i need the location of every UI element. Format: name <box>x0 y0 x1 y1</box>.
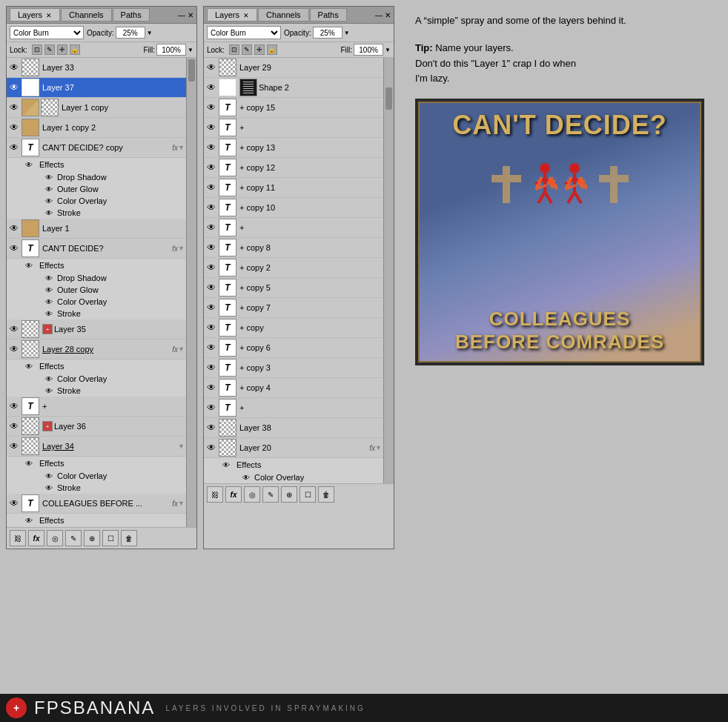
r-eye-copy10[interactable]: 👁 <box>205 202 217 213</box>
layer-row-cantdecide[interactable]: 👁 T CAN'T DECIDE? fx ▼ <box>7 239 186 259</box>
left-tab-layers-close[interactable]: ✕ <box>46 12 52 19</box>
r-layer-row-copy[interactable]: 👁 T + copy <box>204 318 383 338</box>
eye-effects-layer28copy[interactable]: 👁 <box>23 360 35 372</box>
eye-coloroverlay-cantdecidecopy[interactable]: 👁 <box>44 196 54 206</box>
eye-stroke-layer34[interactable]: 👁 <box>44 483 54 493</box>
r-layer-row-copy13[interactable]: 👁 T + copy 13 <box>204 138 383 158</box>
right-toolbar-brush[interactable]: ✎ <box>262 486 279 503</box>
eye-layer33[interactable]: 👁 <box>8 62 20 73</box>
r-layer-row-shape2[interactable]: 👁 Shape 2 <box>204 78 383 98</box>
layer-row-layer1[interactable]: 👁 Layer 1 <box>7 219 186 239</box>
eye-layer1[interactable]: 👁 <box>8 222 20 234</box>
layer-row-plus1[interactable]: 👁 T + <box>7 397 186 417</box>
r-eye-layer29[interactable]: 👁 <box>205 62 217 73</box>
right-panel-close[interactable]: ✕ <box>385 11 391 19</box>
right-toolbar-fx[interactable]: fx <box>225 486 242 503</box>
left-tab-layers[interactable]: Layers ✕ <box>10 8 60 21</box>
expand-layer28copy[interactable]: ▼ <box>178 345 185 353</box>
r-layer-row-copy2[interactable]: 👁 T + copy 2 <box>204 258 383 278</box>
r-eye-copy5[interactable]: 👁 <box>205 282 217 294</box>
layer-row-layer1copy2[interactable]: 👁 Layer 1 copy 2 <box>7 118 186 138</box>
layer-row-layer36[interactable]: 👁 + Layer 36 <box>7 417 186 437</box>
left-toolbar-new[interactable]: ☐ <box>102 530 119 546</box>
layer-row-colleagues[interactable]: 👁 T COLLEAGUES BEFORE ... fx ▼ <box>7 494 186 514</box>
layer-row-layer34[interactable]: 👁 Layer 34 ▼ <box>7 437 186 457</box>
r-eye-copy7[interactable]: 👁 <box>205 302 217 314</box>
eye-effects-layer34[interactable]: 👁 <box>23 457 35 469</box>
r-eye-copy15[interactable]: 👁 <box>205 102 217 113</box>
expand-cantdecidecopy[interactable]: ▼ <box>178 144 185 151</box>
left-toolbar-trash[interactable]: 🗑 <box>121 530 137 546</box>
left-tab-paths[interactable]: Paths <box>113 8 150 21</box>
r-eye-copy12[interactable]: 👁 <box>205 162 217 173</box>
r-layer-row-layer29[interactable]: 👁 Layer 29 <box>204 58 383 78</box>
eye-colleagues[interactable]: 👁 <box>8 497 20 509</box>
left-blend-mode-select[interactable]: Color Burn <box>10 26 84 39</box>
right-toolbar-circle[interactable]: ◎ <box>244 486 260 503</box>
left-lock-icon-all[interactable]: 🔒 <box>70 44 80 55</box>
r-layer-row-copy3[interactable]: 👁 T + copy 3 <box>204 358 383 378</box>
r-eye-coloroverlay-layer20[interactable]: 👁 <box>241 472 251 483</box>
eye-coloroverlay-layer28copy[interactable]: 👁 <box>44 374 54 384</box>
r-eye-copy4[interactable]: 👁 <box>205 382 217 394</box>
r-eye-layer38[interactable]: 👁 <box>205 422 217 434</box>
eye-layer35[interactable]: 👁 <box>8 323 20 335</box>
r-layer-row-copy15[interactable]: 👁 T + copy 15 <box>204 98 383 118</box>
eye-layer34[interactable]: 👁 <box>8 440 20 452</box>
eye-stroke-layer28copy[interactable]: 👁 <box>44 385 54 396</box>
layer-row-layer33[interactable]: 👁 Layer 33 <box>7 58 186 78</box>
left-toolbar-fx[interactable]: fx <box>28 530 44 546</box>
r-eye-plus2[interactable]: 👁 <box>205 222 217 234</box>
eye-layer36[interactable]: 👁 <box>8 420 20 432</box>
eye-layer37[interactable]: 👁 <box>8 82 20 93</box>
r-eye-copy13[interactable]: 👁 <box>205 142 217 153</box>
eye-layer1copy2[interactable]: 👁 <box>8 122 20 133</box>
eye-cantdecide[interactable]: 👁 <box>8 242 20 254</box>
eye-dropshadow-cantdecide[interactable]: 👁 <box>44 273 54 283</box>
left-fill-arrow[interactable]: ▼ <box>188 47 193 53</box>
right-lock-icon-all[interactable]: 🔒 <box>267 44 277 55</box>
r-layer-row-copy8[interactable]: 👁 T + copy 8 <box>204 238 383 258</box>
eye-effects-cantdecide[interactable]: 👁 <box>23 259 35 271</box>
layer-row-layer28copy[interactable]: 👁 Layer 28 copy fx ▼ <box>7 340 186 360</box>
r-layer-row-copy6[interactable]: 👁 T + copy 6 <box>204 338 383 358</box>
right-blend-mode-select[interactable]: Color Burn <box>207 26 281 39</box>
eye-dropshadow-cantdecidecopy[interactable]: 👁 <box>44 172 54 182</box>
left-panel-minimize[interactable]: — <box>178 11 185 19</box>
eye-layer1copy[interactable]: 👁 <box>8 102 20 113</box>
right-scrollbar[interactable] <box>383 58 394 483</box>
right-tab-layers-close[interactable]: ✕ <box>243 12 249 19</box>
left-scrollbar[interactable] <box>186 58 196 527</box>
r-layer-row-copy4[interactable]: 👁 T + copy 4 <box>204 378 383 398</box>
r-eye-copy11[interactable]: 👁 <box>205 182 217 193</box>
left-opacity-arrow[interactable]: ▼ <box>147 30 153 36</box>
eye-coloroverlay-cantdecide[interactable]: 👁 <box>44 297 54 307</box>
layer-row-cantdecidecopy[interactable]: 👁 T CAN'T DECIDE? copy fx ▼ <box>7 138 186 158</box>
r-layer-row-plus[interactable]: 👁 T + <box>204 118 383 138</box>
right-toolbar-link[interactable]: ⛓ <box>207 486 223 503</box>
r-layer-row-layer38[interactable]: 👁 Layer 38 <box>204 418 383 438</box>
eye-coloroverlay-layer34[interactable]: 👁 <box>44 471 54 481</box>
expand-cantdecide[interactable]: ▼ <box>178 245 185 252</box>
right-tab-paths[interactable]: Paths <box>310 8 347 21</box>
r-layer-row-copy11[interactable]: 👁 T + copy 11 <box>204 178 383 198</box>
r-layer-row-plus2[interactable]: 👁 T + <box>204 218 383 238</box>
expand-layer34[interactable]: ▼ <box>178 443 185 450</box>
left-fill-input[interactable] <box>156 44 186 56</box>
r-eye-copy2[interactable]: 👁 <box>205 262 217 274</box>
right-tab-channels[interactable]: Channels <box>258 8 308 21</box>
right-lock-icon-move[interactable]: ✛ <box>254 44 265 55</box>
eye-plus1[interactable]: 👁 <box>8 400 20 412</box>
right-lock-icon-pos[interactable]: ⊡ <box>229 44 239 55</box>
r-layer-row-copy12[interactable]: 👁 T + copy 12 <box>204 158 383 178</box>
right-fill-input[interactable] <box>354 44 383 56</box>
right-toolbar-new[interactable]: ☐ <box>300 486 316 503</box>
layer-row-layer1copy[interactable]: 👁 Layer 1 copy <box>7 98 186 118</box>
eye-cantdecidecopy[interactable]: 👁 <box>8 142 20 153</box>
left-toolbar-target[interactable]: ⊕ <box>84 530 100 546</box>
left-toolbar-brush[interactable]: ✎ <box>65 530 82 546</box>
r-layer-row-layer20[interactable]: 👁 Layer 20 fx ▼ <box>204 438 383 458</box>
eye-layer28copy[interactable]: 👁 <box>8 343 20 355</box>
r-eye-plus[interactable]: 👁 <box>205 122 217 133</box>
right-tab-layers[interactable]: Layers ✕ <box>207 8 257 21</box>
